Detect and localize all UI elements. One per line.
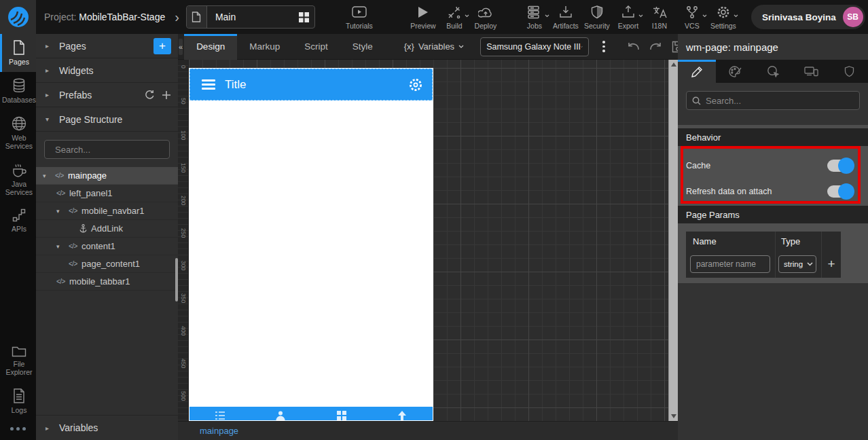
code-icon: </> xyxy=(69,207,77,215)
user-menu[interactable]: Srinivasa Boyina SB xyxy=(751,5,865,29)
tree-item-mainpage[interactable]: ▾ </> mainpage xyxy=(36,167,178,185)
page-selector[interactable]: Main xyxy=(186,5,315,29)
cache-setting-row: Cache xyxy=(686,155,858,176)
canvas-vertical-scrollbar[interactable] xyxy=(668,60,678,421)
left-panel: ▸ Pages + ▸ Widgets ▸ Prefabs ▾ Page Str… xyxy=(36,34,178,440)
design-canvas[interactable]: 050100150200250300350400450500 Title xyxy=(178,60,678,421)
tutorials-button[interactable]: Tutorials xyxy=(344,5,375,30)
artifacts-button[interactable]: Artifacts xyxy=(550,5,581,30)
refresh-prefabs-icon[interactable] xyxy=(145,90,155,100)
breadcrumb-bar: mainpage xyxy=(178,421,678,440)
devices-icon xyxy=(804,66,818,77)
vcs-chevron-icon xyxy=(702,14,707,18)
undo-button[interactable] xyxy=(627,41,640,52)
breadcrumb-mainpage[interactable]: mainpage xyxy=(200,426,238,436)
rail-item-java-services[interactable]: Java Services xyxy=(0,156,36,202)
jobs-button[interactable]: Jobs xyxy=(519,5,550,30)
tree-item-content1[interactable]: ▾ </> content1 xyxy=(36,238,178,255)
add-page-button[interactable]: + xyxy=(153,38,171,54)
topbar: Project: MobileTabBar-Stage › Main Tutor… xyxy=(0,0,868,34)
page-params-section-header[interactable]: Page Params xyxy=(678,206,868,223)
tab-security[interactable] xyxy=(830,60,868,83)
add-prefab-icon[interactable] xyxy=(162,90,171,100)
rail-item-file-explorer[interactable]: File Explorer xyxy=(0,339,36,382)
ruler-label: 500 xyxy=(178,391,187,421)
tab-events[interactable] xyxy=(754,60,792,83)
left-rail: Pages Databases Web Services Java Servic… xyxy=(0,34,36,440)
add-parameter-button[interactable]: + xyxy=(827,257,835,272)
tree-item-addlink[interactable]: AddLink xyxy=(36,220,178,238)
tab-styles[interactable] xyxy=(716,60,754,83)
tree-item-mobile-tabbar1[interactable]: </> mobile_tabbar1 xyxy=(36,273,178,291)
page-grid-icon[interactable] xyxy=(294,12,314,22)
device-select[interactable]: Samsung Galaxy Note III xyxy=(480,37,589,56)
variables-dropdown[interactable]: {x} Variables xyxy=(404,41,464,52)
section-prefabs[interactable]: ▸ Prefabs xyxy=(36,83,178,107)
rail-item-logs[interactable]: Logs xyxy=(0,382,36,420)
tree-item-mobile-navbar1[interactable]: ▾ </> mobile_navbar1 xyxy=(36,202,178,220)
tab-script[interactable]: Script xyxy=(292,34,340,60)
settings-chevron-icon xyxy=(734,14,738,18)
parameter-type-select[interactable]: string xyxy=(778,255,816,273)
chevron-right-icon: ▸ xyxy=(46,424,52,432)
behavior-section-header[interactable]: Behavior xyxy=(678,128,868,146)
project-chevron-icon: › xyxy=(175,10,179,25)
tab-markup[interactable]: Markup xyxy=(237,34,292,60)
redo-button[interactable] xyxy=(649,41,662,52)
rail-more-button[interactable] xyxy=(0,420,36,440)
navbar-gear-icon[interactable] xyxy=(408,77,423,92)
tab-properties[interactable] xyxy=(678,60,716,83)
canvas-ruler: 050100150200250300350400450500 xyxy=(178,60,189,421)
build-button[interactable]: Build xyxy=(439,5,470,30)
section-page-structure[interactable]: ▾ Page Structure xyxy=(36,107,178,132)
phone-preview[interactable]: Title xyxy=(189,68,433,421)
collapse-left-panel-button[interactable]: « xyxy=(179,39,183,55)
tab-devices[interactable] xyxy=(792,60,830,83)
more-options-kebab-icon[interactable] xyxy=(600,38,608,55)
topbar-actions: Tutorials Preview Build Deploy Jobs xyxy=(344,5,739,30)
jobs-chevron-icon xyxy=(545,14,549,18)
security-button[interactable]: Security xyxy=(581,5,613,30)
java-services-coffee-icon xyxy=(11,162,27,177)
refresh-data-on-attach-toggle[interactable] xyxy=(827,185,853,198)
hamburger-menu-icon[interactable] xyxy=(202,79,215,90)
preview-button[interactable]: Preview xyxy=(408,5,439,30)
scroll-up-arrow-icon[interactable] xyxy=(671,62,676,67)
section-variables[interactable]: ▸ Variables xyxy=(36,416,178,440)
chevron-down-icon: ▾ xyxy=(56,208,65,215)
section-widgets[interactable]: ▸ Widgets xyxy=(36,58,178,83)
section-pages[interactable]: ▸ Pages + xyxy=(36,34,178,58)
tabbar-arrow-up-icon xyxy=(397,410,408,420)
app-logo[interactable] xyxy=(0,0,36,34)
tabbar-grid-icon xyxy=(336,410,347,420)
preview-icon xyxy=(418,5,429,20)
deploy-button[interactable]: Deploy xyxy=(470,5,501,30)
tab-design[interactable]: Design xyxy=(184,34,237,60)
settings-button[interactable]: Settings xyxy=(708,5,739,30)
parameter-name-input[interactable] xyxy=(690,255,770,273)
variables-x-icon: {x} xyxy=(404,41,414,52)
export-button[interactable]: Export xyxy=(613,5,644,30)
left-panel-scrollbar[interactable] xyxy=(175,258,178,301)
page-structure-search-input[interactable] xyxy=(55,145,175,155)
canvas-column: « Design Markup Script Style {x} Variabl… xyxy=(178,34,678,440)
chevron-right-icon: ▸ xyxy=(46,67,52,74)
tab-style[interactable]: Style xyxy=(340,34,385,60)
mobile-navbar[interactable]: Title xyxy=(189,69,433,100)
chevron-right-icon: ▸ xyxy=(46,91,52,98)
i18n-button[interactable]: I18N xyxy=(644,5,675,30)
ruler-label: 50 xyxy=(178,98,187,130)
rail-item-pages[interactable]: Pages xyxy=(0,34,36,72)
cache-toggle[interactable] xyxy=(827,160,853,172)
tree-item-page-content1[interactable]: </> page_content1 xyxy=(36,255,178,273)
scroll-down-arrow-icon[interactable] xyxy=(671,414,676,418)
vcs-button[interactable]: VCS xyxy=(676,5,708,30)
mobile-tabbar[interactable] xyxy=(189,407,433,420)
properties-search-input[interactable] xyxy=(706,96,854,106)
refresh-data-setting-row: Refresh data on attach xyxy=(686,181,858,202)
rail-item-databases[interactable]: Databases xyxy=(0,72,36,110)
code-icon: </> xyxy=(56,189,65,197)
rail-item-web-services[interactable]: Web Services xyxy=(0,110,36,156)
tree-item-left-panel1[interactable]: </> left_panel1 xyxy=(36,185,178,202)
rail-item-apis[interactable]: APIs xyxy=(0,202,36,239)
